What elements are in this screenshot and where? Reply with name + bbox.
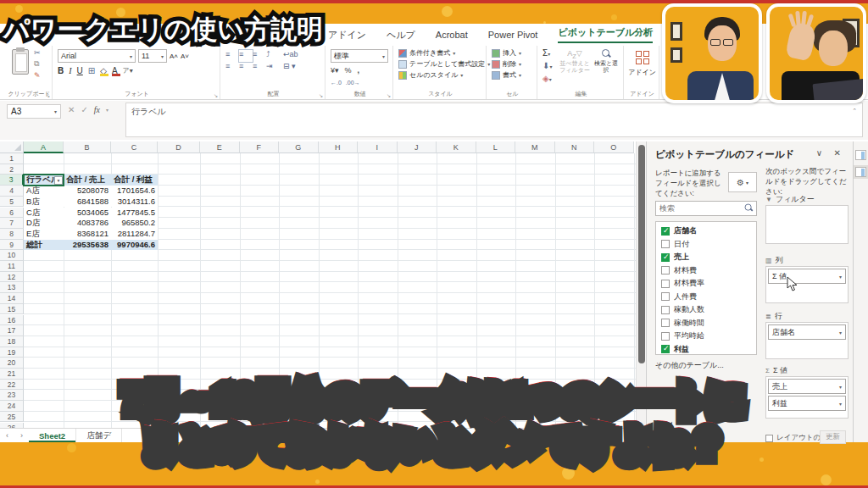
increase-decimal-icon[interactable]: ←.0 [331,80,342,86]
pivot-profit-cell[interactable]: 3014311.6 [111,197,158,208]
borders-icon[interactable]: ⊞ [88,66,95,75]
font-dialog-launcher[interactable]: ↘ [214,92,218,98]
clear-icon[interactable]: ◈▾ [542,74,552,83]
panel-tools-button[interactable]: ⚙▾ [728,172,757,192]
orientation-icon[interactable]: ⤴ [266,50,280,62]
number-format-combo[interactable]: 標準▾ [331,49,388,63]
decrease-font-icon[interactable]: A˅ [181,53,189,60]
select-all-corner[interactable] [0,141,24,153]
cells-button-1[interactable]: 削除▾ [492,59,521,69]
row-header-11[interactable]: 11 [0,261,24,272]
column-header-A[interactable]: A [24,141,64,153]
filter-drop-area[interactable] [765,205,849,244]
columns-area-item[interactable]: Σ 値▾ [768,269,846,284]
decrease-decimal-icon[interactable]: .00→ [346,80,360,86]
ribbon-tab-アドイン[interactable]: アドイン [328,29,366,42]
field-item-稼働時間[interactable]: 稼働時間 [656,317,756,330]
pivot-total-sales-cell[interactable]: 29535638 [64,240,111,251]
percent-icon[interactable]: % [345,66,352,75]
clipboard-dialog-launcher[interactable]: ↘ [46,92,50,98]
vertical-scrollbar-thumb[interactable] [638,145,645,363]
column-header-K[interactable]: K [437,141,476,153]
cells-button-0[interactable]: 挿入▾ [492,48,521,58]
row-header-4[interactable]: 4 [0,186,24,197]
field-checkbox-店舗名[interactable] [661,227,670,236]
field-item-人件費[interactable]: 人件費 [656,291,756,304]
row-header-1[interactable]: 1 [0,153,24,164]
align-bottom-icon[interactable]: ≡ [253,50,266,62]
rows-area-item[interactable]: 店舗名▾ [768,324,846,340]
row-header-10[interactable]: 10 [0,250,24,261]
find-select-button[interactable]: 検索と選択 [592,49,620,75]
column-header-O[interactable]: O [594,141,634,153]
ribbon-tab-Acrobat[interactable]: Acrobat [436,30,468,40]
pivot-store-cell[interactable]: A店 [24,186,64,197]
row-header-7[interactable]: 7 [0,218,24,229]
pivot-sales-cell[interactable]: 5034065 [64,208,111,219]
pivot-total-profit-cell[interactable]: 9970946.6 [111,240,158,251]
field-search-box[interactable] [655,201,757,216]
pivot-profit-cell[interactable]: 2811284.7 [111,229,158,240]
row-header-17[interactable]: 17 [0,325,24,336]
row-header-3[interactable]: 3 [0,175,24,186]
fill-icon[interactable]: ⬇▾ [542,61,552,70]
field-item-日付[interactable]: 日付 [656,238,756,252]
style-button-1[interactable]: テーブルとして書式設定▾ [398,59,490,69]
align-right-icon[interactable]: ≡ [253,62,266,74]
pivot-profit-cell[interactable]: 1701654.6 [111,186,158,197]
row-header-12[interactable]: 12 [0,272,24,283]
row-header-15[interactable]: 15 [0,304,24,315]
field-item-材料費率[interactable]: 材料費率 [656,277,756,291]
column-header-F[interactable]: F [240,141,280,153]
wrap-text-icon[interactable]: ↩ab [283,50,298,58]
panel-close-icon[interactable]: ✕ [834,148,841,158]
panel-chevron-down-icon[interactable]: ∨ [816,148,822,158]
field-item-平均時給[interactable]: 平均時給 [656,330,756,343]
field-checkbox-利益[interactable] [661,345,670,353]
pivot-sales-cell[interactable]: 5208078 [64,186,111,197]
pivot-store-cell[interactable]: D店 [24,218,64,229]
pivot-sum-sales-header-cell[interactable]: 合計 / 売上 [64,175,111,186]
pivot-sales-cell[interactable]: 4083786 [64,218,111,229]
field-checkbox-売上[interactable] [661,253,670,262]
row-header-16[interactable]: 16 [0,315,24,326]
ribbon-tab-ヘルプ[interactable]: ヘルプ [387,29,415,42]
align-center-icon[interactable]: ≡ [239,62,253,74]
fill-color-icon[interactable]: ◇ [100,66,107,75]
field-checkbox-材料費率[interactable] [661,280,670,288]
column-header-C[interactable]: C [111,141,158,153]
column-header-M[interactable]: M [515,141,555,153]
formula-input[interactable]: 行ラベル ⌃ [125,103,863,137]
column-header-I[interactable]: I [358,141,398,153]
paste-button[interactable] [12,49,29,75]
number-dialog-launcher[interactable]: ↘ [387,92,391,98]
columns-drop-area[interactable]: Σ 値▾ [765,266,849,303]
cancel-icon[interactable]: ✕ [68,105,75,114]
more-tables-link[interactable]: その他のテーブル... [655,360,724,371]
indent-icon[interactable]: ⇥ [266,62,280,74]
underline-button[interactable]: U [77,66,83,75]
font-size-combo[interactable]: 11▾ [138,49,167,63]
row-header-5[interactable]: 5 [0,197,24,208]
cut-icon[interactable]: ✂ [34,48,41,57]
field-item-利益[interactable]: 利益 [656,343,756,356]
field-item-売上[interactable]: 売上 [656,251,756,264]
field-checkbox-材料費[interactable] [661,266,670,274]
align-top-icon[interactable]: ≡ [225,50,239,62]
row-header-18[interactable]: 18 [0,336,24,347]
align-left-icon[interactable]: ≡ [225,62,239,74]
row-header-14[interactable]: 14 [0,293,24,304]
row-header-6[interactable]: 6 [0,208,24,219]
alignment-dialog-launcher[interactable]: ↘ [319,92,323,98]
bold-button[interactable]: B [58,66,64,75]
row-header-20[interactable]: 20 [0,358,24,369]
pivot-sales-cell[interactable]: 8368121 [64,229,111,240]
column-header-D[interactable]: D [158,141,200,153]
field-checkbox-稼動人数[interactable] [661,306,670,314]
comma-style-icon[interactable]: , [358,66,360,75]
cells-button-2[interactable]: 書式▾ [492,70,521,80]
phonetic-icon[interactable]: ア▾ [123,66,133,75]
rows-drop-area[interactable]: 店舗名▾ [765,322,849,359]
pivot-total-label-cell[interactable]: 総計 [24,240,64,251]
column-header-E[interactable]: E [200,141,240,153]
